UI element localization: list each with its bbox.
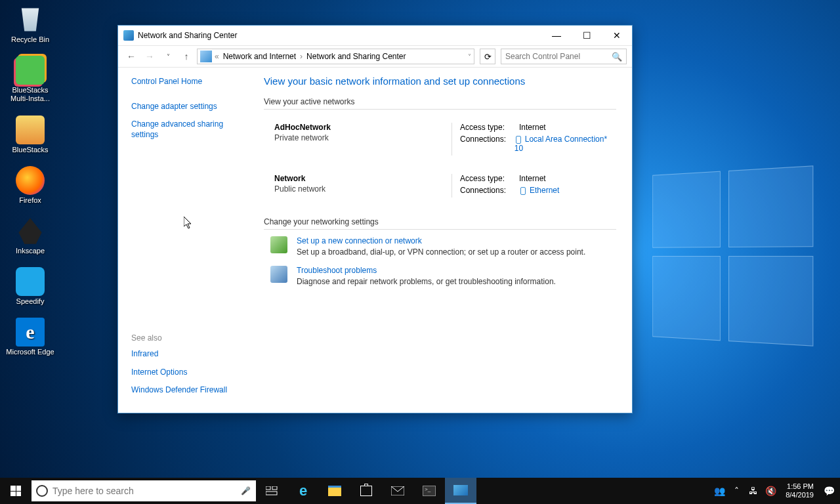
breadcrumb-icon [200, 51, 212, 62]
svg-rect-1 [272, 486, 277, 490]
window-icon [123, 30, 134, 41]
svg-rect-2 [266, 492, 277, 495]
new-connection-link[interactable]: Set up a new connection or network [297, 236, 422, 245]
tray-expand-icon[interactable]: ˄ [730, 485, 742, 497]
troubleshoot-link[interactable]: Troubleshoot problems [297, 266, 377, 275]
action-center-icon[interactable]: 💬 [823, 485, 835, 497]
option-new-connection: Set up a new connection or network Set u… [270, 236, 616, 257]
cortana-icon[interactable] [32, 485, 52, 497]
taskbar-file-explorer[interactable] [319, 478, 350, 504]
taskbar-control-panel[interactable] [445, 478, 476, 504]
network-tray-icon[interactable]: 🖧 [747, 485, 759, 497]
search-input[interactable] [505, 52, 612, 61]
desktop-icon-firefox[interactable]: Firefox [4, 166, 56, 205]
control-panel-home-link[interactable]: Control Panel Home [131, 77, 248, 87]
change-settings-header: Change your networking settings [264, 217, 616, 230]
windows-icon [10, 486, 21, 496]
see-also-firewall[interactable]: Windows Defender Firewall [131, 385, 248, 396]
desktop-icons: Recycle Bin BlueStacks Multi-Insta... Bl… [4, 5, 56, 357]
breadcrumb[interactable]: « Network and Internet › Network and Sha… [197, 49, 474, 64]
taskbar-search[interactable]: 🎤 [32, 480, 256, 501]
see-also-internet-options[interactable]: Internet Options [131, 368, 248, 378]
see-also-label: See also [131, 333, 248, 343]
up-button[interactable]: ↑ [178, 49, 194, 64]
taskbar-store[interactable] [350, 478, 382, 504]
breadcrumb-dropdown-icon[interactable]: ˅ [468, 53, 471, 60]
mic-icon[interactable]: 🎤 [235, 486, 256, 495]
desktop-icon-speedify[interactable]: Speedify [4, 267, 56, 306]
active-networks-header: View your active networks [264, 97, 616, 110]
desktop-icon-recycle-bin[interactable]: Recycle Bin [4, 5, 56, 44]
main-panel: View your basic network information and … [255, 68, 632, 413]
taskbar-search-input[interactable] [52, 486, 235, 496]
wallpaper-windows-logo [652, 165, 813, 346]
maximize-button[interactable]: ☐ [572, 26, 602, 45]
change-advanced-sharing-link[interactable]: Change advanced sharing settings [131, 119, 248, 140]
svg-rect-0 [266, 486, 270, 490]
network-type: Public network [274, 184, 452, 194]
explorer-navbar: ← → ˅ ↑ « Network and Internet › Network… [118, 45, 632, 68]
connection-link[interactable]: Ethernet [530, 186, 559, 195]
desktop-icon-edge[interactable]: eMicrosoft Edge [4, 318, 56, 356]
people-icon[interactable]: 👥 [713, 485, 725, 497]
system-tray: 👥 ˄ 🖧 🔇 1:56 PM 8/4/2019 💬 [708, 478, 840, 504]
window-title: Network and Sharing Center [138, 31, 541, 40]
new-connection-icon [270, 236, 287, 253]
taskbar-edge[interactable]: e [287, 478, 319, 504]
option-troubleshoot: Troubleshoot problems Diagnose and repai… [270, 266, 616, 286]
recent-dropdown[interactable]: ˅ [160, 49, 176, 64]
desktop-icon-inkscape[interactable]: Inkscape [4, 217, 56, 255]
change-adapter-link[interactable]: Change adapter settings [131, 102, 248, 112]
desktop-icon-bluestacks[interactable]: BlueStacks [4, 116, 56, 154]
titlebar[interactable]: Network and Sharing Center — ☐ ✕ [118, 26, 632, 45]
network-sharing-window: Network and Sharing Center — ☐ ✕ ← → ˅ ↑… [117, 25, 633, 413]
breadcrumb-item[interactable]: Network and Internet [220, 52, 299, 61]
clock[interactable]: 1:56 PM 8/4/2019 [782, 482, 818, 499]
see-also-infrared[interactable]: Infrared [131, 349, 248, 360]
network-name: AdHocNetwork [274, 123, 452, 132]
taskbar: 🎤 e >_ 👥 ˄ 🖧 🔇 1:56 PM 8/4/2019 💬 [0, 478, 840, 504]
page-heading: View your basic network information and … [264, 75, 616, 87]
close-button[interactable]: ✕ [602, 26, 632, 45]
network-block: Network Public network Access type:Inter… [264, 167, 616, 204]
taskbar-mail[interactable] [382, 478, 413, 504]
taskbar-cmd[interactable]: >_ [413, 478, 445, 504]
network-type: Private network [274, 133, 452, 142]
network-block: AdHocNetwork Private network Access type… [264, 116, 616, 162]
connection-icon [514, 136, 522, 144]
left-panel: Control Panel Home Change adapter settin… [118, 68, 255, 413]
connection-icon [519, 187, 527, 195]
search-icon[interactable]: 🔍 [612, 52, 622, 62]
breadcrumb-item[interactable]: Network and Sharing Center [304, 52, 408, 61]
network-name: Network [274, 174, 452, 183]
minimize-button[interactable]: — [541, 26, 572, 45]
desktop-icon-bluestacks-multi[interactable]: BlueStacks Multi-Insta... [4, 56, 56, 103]
search-box[interactable]: 🔍 [501, 49, 627, 64]
refresh-button[interactable]: ⟳ [480, 49, 495, 64]
task-view-button[interactable] [256, 478, 287, 504]
troubleshoot-icon [270, 266, 287, 283]
start-button[interactable] [0, 478, 32, 504]
volume-icon[interactable]: 🔇 [765, 485, 776, 497]
back-button[interactable]: ← [123, 49, 139, 64]
connection-link[interactable]: Local Area Connection* 10 [514, 135, 607, 153]
forward-button[interactable]: → [142, 49, 158, 64]
